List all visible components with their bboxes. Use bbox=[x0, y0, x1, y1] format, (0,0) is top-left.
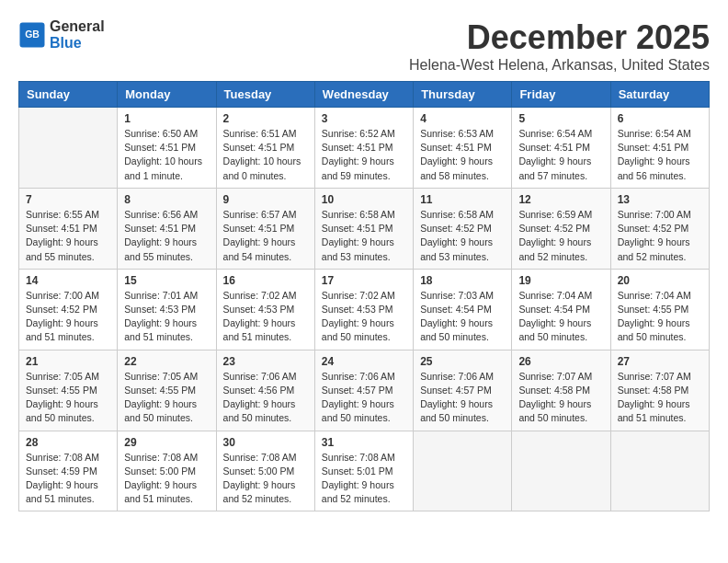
calendar-cell: 29Sunrise: 7:08 AM Sunset: 5:00 PM Dayli… bbox=[118, 431, 216, 511]
calendar-cell: 15Sunrise: 7:01 AM Sunset: 4:53 PM Dayli… bbox=[118, 269, 216, 350]
calendar-cell: 23Sunrise: 7:06 AM Sunset: 4:56 PM Dayli… bbox=[216, 350, 314, 431]
day-number: 13 bbox=[618, 193, 702, 206]
day-info: Sunrise: 7:06 AM Sunset: 4:56 PM Dayligh… bbox=[223, 370, 308, 426]
day-number: 24 bbox=[322, 355, 406, 368]
day-number: 21 bbox=[26, 355, 110, 368]
day-number: 17 bbox=[322, 274, 406, 287]
calendar-cell: 7Sunrise: 6:55 AM Sunset: 4:51 PM Daylig… bbox=[19, 188, 118, 269]
calendar-table: SundayMondayTuesdayWednesdayThursdayFrid… bbox=[18, 81, 710, 511]
calendar-cell: 28Sunrise: 7:08 AM Sunset: 4:59 PM Dayli… bbox=[19, 431, 118, 511]
day-number: 29 bbox=[124, 436, 209, 449]
day-info: Sunrise: 6:51 AM Sunset: 4:51 PM Dayligh… bbox=[223, 127, 308, 183]
day-number: 11 bbox=[420, 193, 505, 206]
day-number: 16 bbox=[223, 274, 308, 287]
day-number: 14 bbox=[26, 274, 110, 287]
calendar-cell: 18Sunrise: 7:03 AM Sunset: 4:54 PM Dayli… bbox=[414, 269, 512, 350]
day-info: Sunrise: 6:56 AM Sunset: 4:51 PM Dayligh… bbox=[124, 208, 209, 264]
calendar-cell bbox=[512, 431, 610, 511]
calendar-cell bbox=[610, 431, 709, 511]
calendar-cell: 2Sunrise: 6:51 AM Sunset: 4:51 PM Daylig… bbox=[216, 108, 314, 189]
calendar-week-row: 28Sunrise: 7:08 AM Sunset: 4:59 PM Dayli… bbox=[19, 431, 710, 511]
day-info: Sunrise: 7:02 AM Sunset: 4:53 PM Dayligh… bbox=[322, 289, 406, 345]
calendar-cell: 9Sunrise: 6:57 AM Sunset: 4:51 PM Daylig… bbox=[216, 188, 314, 269]
calendar-cell: 17Sunrise: 7:02 AM Sunset: 4:53 PM Dayli… bbox=[314, 269, 413, 350]
day-number: 3 bbox=[322, 112, 406, 125]
day-number: 27 bbox=[618, 355, 702, 368]
calendar-cell: 24Sunrise: 7:06 AM Sunset: 4:57 PM Dayli… bbox=[314, 350, 413, 431]
calendar-cell: 6Sunrise: 6:54 AM Sunset: 4:51 PM Daylig… bbox=[610, 108, 709, 189]
day-number: 5 bbox=[518, 112, 603, 125]
day-info: Sunrise: 6:54 AM Sunset: 4:51 PM Dayligh… bbox=[518, 127, 603, 183]
day-number: 9 bbox=[223, 193, 308, 206]
calendar-week-row: 14Sunrise: 7:00 AM Sunset: 4:52 PM Dayli… bbox=[19, 269, 710, 350]
calendar-cell: 8Sunrise: 6:56 AM Sunset: 4:51 PM Daylig… bbox=[118, 188, 216, 269]
day-number: 1 bbox=[124, 112, 209, 125]
calendar-cell: 5Sunrise: 6:54 AM Sunset: 4:51 PM Daylig… bbox=[512, 108, 610, 189]
day-info: Sunrise: 7:08 AM Sunset: 5:00 PM Dayligh… bbox=[124, 451, 209, 507]
day-info: Sunrise: 6:59 AM Sunset: 4:52 PM Dayligh… bbox=[518, 208, 603, 264]
day-info: Sunrise: 7:01 AM Sunset: 4:53 PM Dayligh… bbox=[124, 289, 209, 345]
day-number: 19 bbox=[518, 274, 603, 287]
day-info: Sunrise: 7:00 AM Sunset: 4:52 PM Dayligh… bbox=[26, 289, 110, 345]
day-info: Sunrise: 6:50 AM Sunset: 4:51 PM Dayligh… bbox=[124, 127, 209, 183]
day-number: 8 bbox=[124, 193, 209, 206]
day-number: 26 bbox=[518, 355, 603, 368]
day-info: Sunrise: 7:00 AM Sunset: 4:52 PM Dayligh… bbox=[618, 208, 702, 264]
weekday-header: Friday bbox=[512, 82, 610, 108]
day-info: Sunrise: 7:06 AM Sunset: 4:57 PM Dayligh… bbox=[322, 370, 406, 426]
day-info: Sunrise: 7:06 AM Sunset: 4:57 PM Dayligh… bbox=[420, 370, 505, 426]
calendar-cell: 31Sunrise: 7:08 AM Sunset: 5:01 PM Dayli… bbox=[314, 431, 413, 511]
day-info: Sunrise: 6:58 AM Sunset: 4:52 PM Dayligh… bbox=[420, 208, 505, 264]
calendar-cell: 19Sunrise: 7:04 AM Sunset: 4:54 PM Dayli… bbox=[512, 269, 610, 350]
calendar-cell: 1Sunrise: 6:50 AM Sunset: 4:51 PM Daylig… bbox=[118, 108, 216, 189]
calendar-cell: 25Sunrise: 7:06 AM Sunset: 4:57 PM Dayli… bbox=[414, 350, 512, 431]
calendar-cell: 26Sunrise: 7:07 AM Sunset: 4:58 PM Dayli… bbox=[512, 350, 610, 431]
day-info: Sunrise: 7:08 AM Sunset: 5:01 PM Dayligh… bbox=[322, 451, 406, 507]
calendar-cell: 10Sunrise: 6:58 AM Sunset: 4:51 PM Dayli… bbox=[314, 188, 413, 269]
weekday-header-row: SundayMondayTuesdayWednesdayThursdayFrid… bbox=[19, 82, 710, 108]
day-info: Sunrise: 6:57 AM Sunset: 4:51 PM Dayligh… bbox=[223, 208, 308, 264]
logo-icon: GB bbox=[18, 21, 46, 49]
day-number: 30 bbox=[223, 436, 308, 449]
page-header: GB General Blue December 2025 Helena-Wes… bbox=[18, 18, 710, 74]
day-number: 2 bbox=[223, 112, 308, 125]
day-number: 4 bbox=[420, 112, 505, 125]
svg-text:GB: GB bbox=[25, 29, 40, 40]
day-number: 6 bbox=[618, 112, 702, 125]
weekday-header: Monday bbox=[118, 82, 216, 108]
calendar-cell: 11Sunrise: 6:58 AM Sunset: 4:52 PM Dayli… bbox=[414, 188, 512, 269]
weekday-header: Saturday bbox=[610, 82, 709, 108]
day-info: Sunrise: 7:08 AM Sunset: 4:59 PM Dayligh… bbox=[26, 451, 110, 507]
calendar-cell: 12Sunrise: 6:59 AM Sunset: 4:52 PM Dayli… bbox=[512, 188, 610, 269]
day-number: 22 bbox=[124, 355, 209, 368]
day-number: 15 bbox=[124, 274, 209, 287]
calendar-cell: 27Sunrise: 7:07 AM Sunset: 4:58 PM Dayli… bbox=[610, 350, 709, 431]
day-number: 28 bbox=[26, 436, 110, 449]
weekday-header: Wednesday bbox=[314, 82, 413, 108]
day-info: Sunrise: 7:04 AM Sunset: 4:54 PM Dayligh… bbox=[518, 289, 603, 345]
calendar-cell: 30Sunrise: 7:08 AM Sunset: 5:00 PM Dayli… bbox=[216, 431, 314, 511]
calendar-cell: 14Sunrise: 7:00 AM Sunset: 4:52 PM Dayli… bbox=[19, 269, 118, 350]
month-title: December 2025 bbox=[409, 18, 710, 57]
day-number: 23 bbox=[223, 355, 308, 368]
calendar-cell: 4Sunrise: 6:53 AM Sunset: 4:51 PM Daylig… bbox=[414, 108, 512, 189]
title-block: December 2025 Helena-West Helena, Arkans… bbox=[409, 18, 710, 74]
calendar-week-row: 21Sunrise: 7:05 AM Sunset: 4:55 PM Dayli… bbox=[19, 350, 710, 431]
day-info: Sunrise: 7:07 AM Sunset: 4:58 PM Dayligh… bbox=[618, 370, 702, 426]
logo: GB General Blue bbox=[18, 18, 105, 52]
weekday-header: Thursday bbox=[414, 82, 512, 108]
logo-line2: Blue bbox=[50, 35, 105, 52]
day-number: 31 bbox=[322, 436, 406, 449]
day-info: Sunrise: 6:52 AM Sunset: 4:51 PM Dayligh… bbox=[322, 127, 406, 183]
calendar-cell: 13Sunrise: 7:00 AM Sunset: 4:52 PM Dayli… bbox=[610, 188, 709, 269]
day-info: Sunrise: 6:53 AM Sunset: 4:51 PM Dayligh… bbox=[420, 127, 505, 183]
weekday-header: Tuesday bbox=[216, 82, 314, 108]
logo-line1: General bbox=[50, 18, 105, 35]
calendar-week-row: 1Sunrise: 6:50 AM Sunset: 4:51 PM Daylig… bbox=[19, 108, 710, 189]
calendar-cell: 3Sunrise: 6:52 AM Sunset: 4:51 PM Daylig… bbox=[314, 108, 413, 189]
day-info: Sunrise: 7:05 AM Sunset: 4:55 PM Dayligh… bbox=[26, 370, 110, 426]
calendar-cell bbox=[414, 431, 512, 511]
day-info: Sunrise: 7:04 AM Sunset: 4:55 PM Dayligh… bbox=[618, 289, 702, 345]
location-title: Helena-West Helena, Arkansas, United Sta… bbox=[409, 57, 710, 74]
day-info: Sunrise: 6:58 AM Sunset: 4:51 PM Dayligh… bbox=[322, 208, 406, 264]
